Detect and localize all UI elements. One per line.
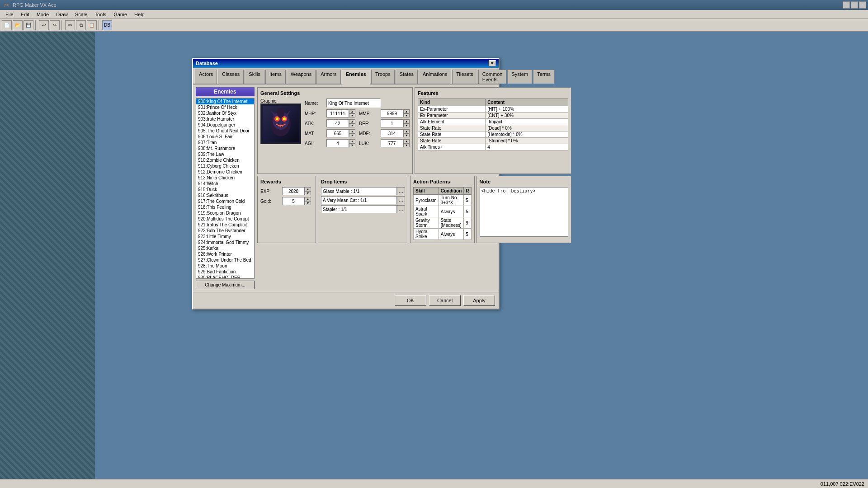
agi-input[interactable]	[326, 139, 349, 147]
enemy-list-item[interactable]: 914:Witch	[196, 181, 254, 187]
enemy-list-item[interactable]: 923:Little Timmy	[196, 234, 254, 239]
enemy-list[interactable]: 900:King Of The Internet901:Prince Of He…	[196, 98, 255, 279]
enemy-list-item[interactable]: 921:Iratus The Complicit	[196, 222, 254, 228]
enemy-list-item[interactable]: 916:Sekritbaus	[196, 192, 254, 198]
enemy-list-item[interactable]: 926:Work Printer	[196, 251, 254, 257]
enemy-list-item[interactable]: 922:Bob The Bystander	[196, 228, 254, 234]
agi-down[interactable]: ▼	[349, 143, 355, 147]
enemy-list-item[interactable]: 906:Louie S. Fair	[196, 134, 254, 140]
toolbar-cut[interactable]: ✂	[65, 20, 75, 30]
tab-enemies[interactable]: Enemies	[342, 70, 370, 84]
enemy-list-item[interactable]: 918:This Feeling	[196, 204, 254, 210]
enemy-list-item[interactable]: 930:PLACEHOLDER	[196, 275, 254, 279]
mmp-up[interactable]: ▲	[403, 109, 410, 113]
menu-edit[interactable]: Edit	[17, 11, 33, 18]
action-row[interactable]: PyroclasmTurn No. 3+3*X5	[414, 195, 472, 206]
features-row[interactable]: State Rate[Hemotoxin] * 0%	[418, 131, 568, 138]
tab-armors[interactable]: Armors	[316, 70, 340, 84]
tab-common-events[interactable]: Common Events	[478, 70, 507, 84]
enemy-list-item[interactable]: 915:Duck	[196, 187, 254, 192]
enemy-list-item[interactable]: 919:Scorpion Dragon	[196, 210, 254, 216]
luk-up[interactable]: ▲	[403, 139, 410, 143]
drop-item-input-2[interactable]	[321, 205, 397, 213]
enemy-list-item[interactable]: 928:The Moon	[196, 263, 254, 269]
exp-down[interactable]: ▼	[305, 191, 311, 195]
drop-item-btn-0[interactable]: …	[397, 187, 405, 195]
enemy-list-item[interactable]: 912:Demonic Chicken	[196, 169, 254, 175]
atk-input[interactable]	[326, 119, 349, 127]
menu-scale[interactable]: Scale	[71, 11, 91, 18]
menu-file[interactable]: File	[2, 11, 17, 18]
enemy-list-item[interactable]: 925:Kafka	[196, 245, 254, 251]
mdf-down[interactable]: ▼	[403, 133, 410, 137]
features-row[interactable]: State Rate[Stunned] * 0%	[418, 138, 568, 144]
maximize-button[interactable]: □	[851, 1, 858, 9]
mat-up[interactable]: ▲	[349, 129, 355, 133]
tab-troops[interactable]: Troops	[371, 70, 395, 84]
minimize-button[interactable]: _	[843, 1, 850, 9]
atk-up[interactable]: ▲	[349, 119, 355, 123]
tab-tilesets[interactable]: Tilesets	[452, 70, 477, 84]
mdf-up[interactable]: ▲	[403, 129, 410, 133]
tab-weapons[interactable]: Weapons	[287, 70, 316, 84]
gold-input[interactable]	[282, 197, 305, 205]
toolbar-undo[interactable]: ↩	[39, 20, 49, 30]
graphic-box[interactable]	[260, 103, 301, 144]
atk-down[interactable]: ▼	[349, 123, 355, 127]
enemy-list-item[interactable]: 924:Immortal God Timmy	[196, 239, 254, 245]
enemy-list-item[interactable]: 913:Ninja Chicken	[196, 175, 254, 181]
gold-up[interactable]: ▲	[305, 197, 311, 201]
tab-system[interactable]: System	[507, 70, 532, 84]
mhp-input[interactable]	[326, 109, 349, 117]
drop-item-input-1[interactable]	[321, 196, 397, 204]
toolbar-new[interactable]: 📄	[2, 20, 12, 30]
mmp-input[interactable]	[381, 109, 403, 117]
luk-down[interactable]: ▼	[403, 143, 410, 147]
apply-button[interactable]: Apply	[463, 295, 495, 306]
action-row[interactable]: Astral SparkAlways5	[414, 206, 472, 217]
cancel-button[interactable]: Cancel	[429, 295, 461, 306]
ok-button[interactable]: OK	[395, 295, 426, 306]
enemy-list-item[interactable]: 927:Clown Under The Bed	[196, 257, 254, 263]
tab-animations[interactable]: Animations	[419, 70, 451, 84]
def-up[interactable]: ▲	[403, 119, 410, 123]
tab-terms[interactable]: Terms	[533, 70, 555, 84]
toolbar-open[interactable]: 📂	[13, 20, 23, 30]
drop-item-btn-2[interactable]: …	[397, 205, 405, 213]
features-row[interactable]: State Rate[Dead] * 0%	[418, 125, 568, 131]
exp-input[interactable]	[282, 187, 305, 195]
enemy-list-item[interactable]: 911:Cyborg Chicken	[196, 163, 254, 169]
enemy-list-item[interactable]: 909:The Law	[196, 151, 254, 157]
enemy-list-item[interactable]: 905:The Ghoul Next Door	[196, 128, 254, 134]
enemy-list-item[interactable]: 901:Prince Of Heck	[196, 104, 254, 110]
menu-help[interactable]: Help	[131, 11, 148, 18]
menu-tools[interactable]: Tools	[91, 11, 110, 18]
mmp-down[interactable]: ▼	[403, 113, 410, 117]
action-row[interactable]: Hydra StrikeAlways5	[414, 229, 472, 240]
mat-input[interactable]	[326, 129, 349, 137]
dialog-close-button[interactable]: ✕	[489, 60, 496, 66]
enemy-list-item[interactable]: 902:Janitor Of Styx	[196, 110, 254, 116]
enemy-list-item[interactable]: 907:Titan	[196, 140, 254, 145]
mdf-input[interactable]	[381, 129, 403, 137]
menu-game[interactable]: Game	[110, 11, 131, 18]
mhp-down[interactable]: ▼	[349, 113, 355, 117]
toolbar-paste[interactable]: 📋	[87, 20, 97, 30]
note-textarea[interactable]	[480, 187, 568, 237]
enemy-list-item[interactable]: 929:Bad Fanfiction	[196, 269, 254, 275]
drop-item-btn-1[interactable]: …	[397, 196, 405, 204]
exp-up[interactable]: ▲	[305, 187, 311, 191]
enemy-list-item[interactable]: 904:Doppelganger	[196, 122, 254, 128]
enemy-list-item[interactable]: 917:The Common Cold	[196, 198, 254, 204]
toolbar-save[interactable]: 💾	[24, 20, 33, 30]
features-row[interactable]: Atk Times+4	[418, 144, 568, 150]
agi-up[interactable]: ▲	[349, 139, 355, 143]
menu-draw[interactable]: Draw	[52, 11, 71, 18]
features-row[interactable]: Atk Element[Impact]	[418, 119, 568, 125]
change-max-button[interactable]: Change Maximum...	[196, 281, 255, 289]
action-row[interactable]: Gravity StormState [Madness]9	[414, 217, 472, 229]
def-down[interactable]: ▼	[403, 123, 410, 127]
enemy-list-item[interactable]: 903:Irate Hamster	[196, 116, 254, 122]
toolbar-database[interactable]: DB	[102, 20, 112, 30]
luk-input[interactable]	[381, 139, 403, 147]
